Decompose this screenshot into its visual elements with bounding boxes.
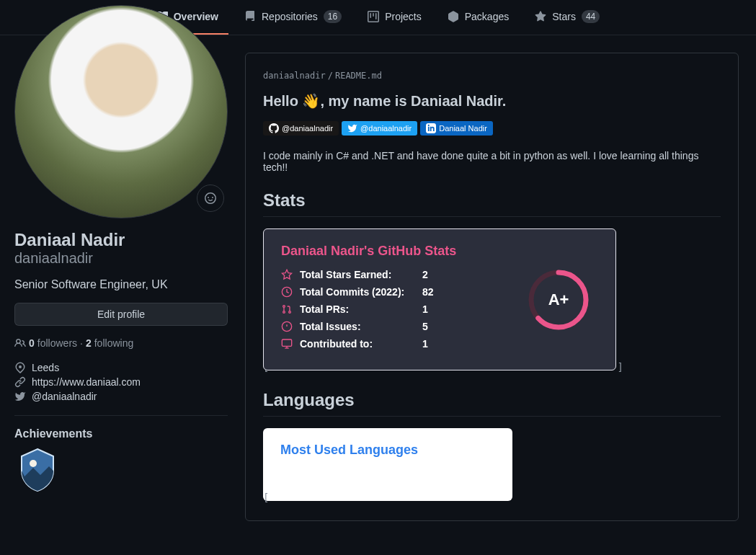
repo-count-badge: 16 [324, 10, 342, 23]
readme-path[interactable]: daniaalnadir/README.md [263, 71, 721, 81]
stat-contrib-label: Contributed to: [300, 338, 415, 350]
star-icon [535, 11, 546, 22]
avatar[interactable] [14, 5, 228, 218]
tab-repositories[interactable]: Repositories 16 [234, 0, 352, 35]
svg-point-4 [283, 311, 285, 314]
stats-card-title: Daniaal Nadir's GitHub Stats [281, 244, 526, 259]
stat-stars-row: Total Stars Earned: 2 [281, 269, 526, 280]
achievements-heading: Achievements [14, 427, 228, 440]
stars-count-badge: 44 [582, 10, 600, 23]
stat-prs-label: Total PRs: [300, 303, 415, 315]
stat-commits-label: Total Commits (2022): [300, 286, 415, 298]
people-icon [14, 337, 26, 349]
git-pr-icon [281, 303, 293, 315]
smiley-icon [205, 192, 216, 204]
badge-github-text: @daniaalnadir [282, 124, 333, 133]
tab-label: Packages [465, 11, 509, 22]
svg-marker-1 [282, 270, 291, 279]
tab-label: Repositories [262, 11, 318, 22]
alert-icon [281, 321, 293, 332]
svg-point-0 [30, 460, 37, 467]
languages-card-title: Most Used Languages [280, 443, 495, 458]
link-icon [14, 376, 26, 388]
tab-stars[interactable]: Stars 44 [525, 0, 610, 35]
twitter-icon [347, 123, 357, 133]
stat-issues-label: Total Issues: [300, 321, 415, 332]
followers-count: 0 [29, 337, 35, 349]
stat-commits-row: Total Commits (2022): 82 [281, 286, 526, 298]
badge-github[interactable]: @daniaalnadir [263, 121, 339, 136]
github-icon [269, 123, 279, 133]
website-item[interactable]: https://www.daniaal.com [14, 375, 228, 389]
repo-icon [244, 11, 256, 22]
status-emoji-button[interactable] [197, 185, 224, 212]
stat-stars-value: 2 [422, 269, 428, 280]
stat-contrib-value: 1 [422, 338, 428, 350]
readme-path-user: daniaalnadir [263, 71, 326, 81]
followers-block[interactable]: 0 followers · 2 following [14, 337, 228, 349]
languages-card: Most Used Languages [263, 428, 512, 501]
badge-linkedin[interactable]: Daniaal Nadir [420, 121, 493, 136]
svg-point-3 [283, 306, 285, 308]
achievement-arctic-icon[interactable] [14, 446, 61, 492]
readme-card: daniaalnadir/README.md Hello 👋, my name … [245, 53, 739, 521]
profile-name: Daniaal Nadir [14, 230, 228, 250]
linkedin-icon [426, 123, 436, 133]
lang-bar [280, 469, 495, 475]
location-item: Leeds [14, 360, 228, 375]
badge-twitter-text: @daniaalnadir [360, 124, 412, 133]
stat-issues-row: Total Issues: 5 [281, 321, 526, 332]
profile-username: daniaalnadir [14, 250, 228, 267]
website-text: https://www.daniaal.com [32, 376, 141, 388]
stat-contrib-row: Contributed to: 1 [281, 338, 526, 350]
tab-packages[interactable]: Packages [437, 0, 519, 35]
stat-prs-row: Total PRs: 1 [281, 303, 526, 315]
readme-intro: I code mainly in C# and .NET and have do… [263, 150, 721, 173]
tab-label: Stars [552, 11, 576, 22]
languages-heading: Languages [263, 390, 721, 417]
stat-commits-value: 82 [422, 286, 434, 298]
stat-issues-value: 5 [422, 321, 428, 332]
svg-point-5 [289, 311, 291, 314]
tab-projects[interactable]: Projects [357, 0, 432, 35]
following-count: 2 [86, 337, 92, 349]
profile-bio: Senior Software Engineer, UK [14, 278, 228, 291]
monitor-icon [281, 338, 293, 350]
grade-text: A+ [548, 290, 569, 309]
project-icon [368, 11, 379, 22]
clock-icon [281, 286, 293, 298]
twitter-icon [14, 391, 26, 402]
badge-linkedin-text: Daniaal Nadir [439, 124, 487, 133]
location-text: Leeds [32, 362, 59, 373]
github-stats-card: Daniaal Nadir's GitHub Stats Total Stars… [263, 228, 616, 370]
location-icon [14, 362, 26, 373]
stat-stars-label: Total Stars Earned: [300, 269, 415, 280]
followers-label: followers [37, 337, 77, 349]
twitter-text: @daniaalnadir [32, 391, 97, 402]
badge-twitter[interactable]: @daniaalnadir [342, 121, 417, 136]
star-icon [281, 269, 293, 280]
readme-path-ext: .md [366, 71, 382, 81]
twitter-item[interactable]: @daniaalnadir [14, 389, 228, 404]
following-label: following [94, 337, 133, 349]
stats-heading: Stats [263, 190, 721, 217]
profile-sidebar: Daniaal Nadir daniaalnadir Senior Softwa… [14, 5, 228, 521]
grade-ring: A+ [526, 267, 591, 332]
package-icon [448, 11, 459, 22]
tab-label: Projects [385, 11, 422, 22]
edit-profile-button[interactable]: Edit profile [14, 303, 228, 326]
main-content: daniaalnadir/README.md Hello 👋, my name … [245, 35, 756, 521]
svg-rect-9 [282, 339, 291, 346]
readme-path-file: README [335, 71, 366, 81]
stat-prs-value: 1 [422, 303, 428, 315]
readme-heading: Hello 👋, my name is Daniaal Nadir. [263, 92, 721, 110]
